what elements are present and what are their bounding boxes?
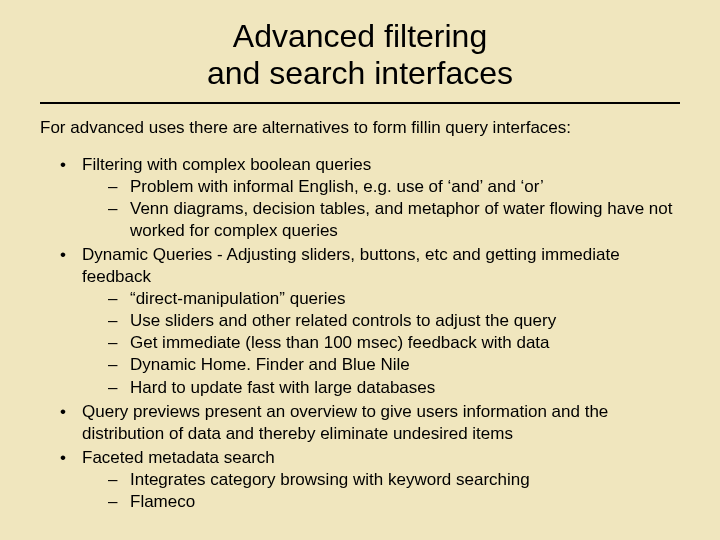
bullet-text: Dynamic Queries - Adjusting sliders, but… <box>82 245 620 286</box>
sub-list: “direct-manipulation” queries Use slider… <box>82 288 680 398</box>
bullet-text: Faceted metadata search <box>82 448 275 467</box>
sub-item: Get immediate (less than 100 msec) feedb… <box>108 332 680 354</box>
slide-title: Advanced filtering and search interfaces <box>40 18 680 92</box>
sub-item: Hard to update fast with large databases <box>108 377 680 399</box>
bullet-list: Filtering with complex boolean queries P… <box>40 154 680 514</box>
sub-item: Flameco <box>108 491 680 513</box>
title-underline <box>40 102 680 104</box>
sub-item: Venn diagrams, decision tables, and meta… <box>108 198 680 242</box>
intro-text: For advanced uses there are alternatives… <box>40 118 680 138</box>
sub-item: “direct-manipulation” queries <box>108 288 680 310</box>
bullet-item: Faceted metadata search Integrates categ… <box>60 447 680 513</box>
bullet-item: Dynamic Queries - Adjusting sliders, but… <box>60 244 680 399</box>
bullet-item: Filtering with complex boolean queries P… <box>60 154 680 242</box>
title-line-1: Advanced filtering <box>233 18 487 54</box>
bullet-text: Filtering with complex boolean queries <box>82 155 371 174</box>
title-line-2: and search interfaces <box>207 55 513 91</box>
sub-list: Integrates category browsing with keywor… <box>82 469 680 513</box>
sub-item: Dynamic Home. Finder and Blue Nile <box>108 354 680 376</box>
sub-list: Problem with informal English, e.g. use … <box>82 176 680 242</box>
sub-item: Use sliders and other related controls t… <box>108 310 680 332</box>
sub-item: Integrates category browsing with keywor… <box>108 469 680 491</box>
sub-item: Problem with informal English, e.g. use … <box>108 176 680 198</box>
bullet-item: Query previews present an overview to gi… <box>60 401 680 445</box>
